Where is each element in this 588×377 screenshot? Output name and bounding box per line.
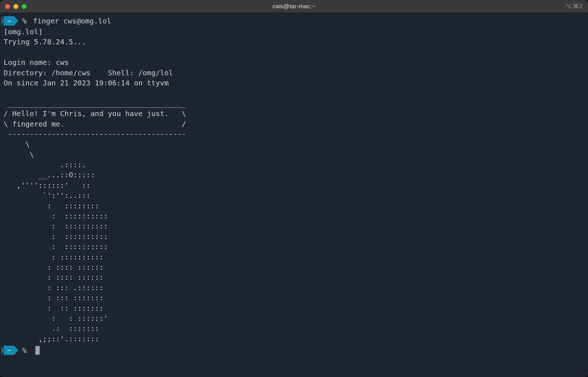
prompt-arrow-icon <box>14 346 18 355</box>
prompt-line-1: ~ % finger cws@omg.lol <box>0 16 588 26</box>
prompt-symbol: % <box>22 345 26 355</box>
terminal-window: cws@tar-mac:~ ⌥⌘2 ~ % finger cws@omg.lol… <box>0 0 588 377</box>
prompt-arrow-icon <box>14 16 18 26</box>
terminal-output: [omg.lol] Trying 5.78.24.5... Login name… <box>0 27 588 344</box>
keyboard-shortcut-indicator: ⌥⌘2 <box>565 3 583 10</box>
command-text: finger cws@omg.lol <box>33 16 111 26</box>
window-titlebar[interactable]: cws@tar-mac:~ ⌥⌘2 <box>0 0 588 13</box>
close-button[interactable] <box>5 4 10 9</box>
cursor <box>35 346 40 355</box>
prompt-badge: ~ <box>4 16 14 26</box>
traffic-lights <box>5 4 27 9</box>
minimize-button[interactable] <box>13 4 18 9</box>
maximize-button[interactable] <box>22 4 27 9</box>
prompt-line-2[interactable]: ~ % <box>0 345 588 355</box>
terminal-body[interactable]: ~ % finger cws@omg.lol [omg.lol] Trying … <box>0 13 588 377</box>
window-title: cws@tar-mac:~ <box>273 3 316 10</box>
prompt-badge: ~ <box>4 346 14 355</box>
prompt-symbol: % <box>22 16 26 26</box>
